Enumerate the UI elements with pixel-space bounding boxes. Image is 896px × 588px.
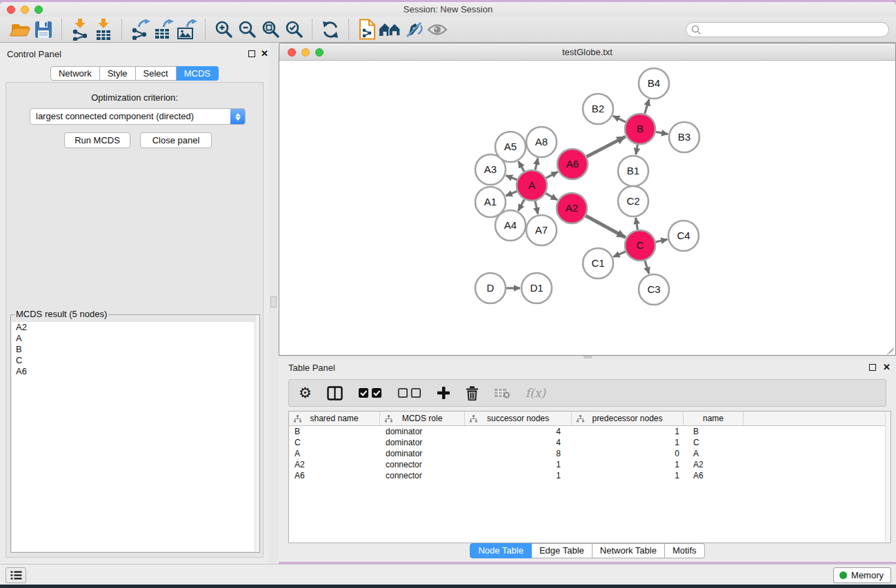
- table-cell[interactable]: 1: [465, 470, 572, 481]
- edge-B-B3[interactable]: [656, 132, 668, 134]
- table-cell[interactable]: 4: [465, 426, 572, 437]
- search-box[interactable]: [686, 22, 889, 37]
- network-canvas[interactable]: AA1A2A3A4A5A6A7A8BB1B2B3B4CC1C2C3C4DD1: [279, 61, 895, 355]
- edge-A-A8[interactable]: [535, 158, 538, 170]
- export-image-button[interactable]: [175, 19, 199, 41]
- table-cell[interactable]: A6: [684, 470, 744, 481]
- table-cell[interactable]: 4: [465, 437, 572, 448]
- vertical-splitter[interactable]: [269, 43, 279, 564]
- edge-C-C4[interactable]: [656, 239, 668, 242]
- task-history-button[interactable]: [6, 567, 26, 583]
- table-cell[interactable]: 1: [572, 459, 684, 470]
- search-input[interactable]: [701, 23, 888, 36]
- table-cell[interactable]: 0: [572, 448, 684, 459]
- close-panel-button[interactable]: Close panel: [140, 132, 212, 148]
- open-session-button[interactable]: [8, 19, 32, 41]
- table-cell[interactable]: A: [684, 448, 744, 459]
- column-header-name[interactable]: name: [684, 412, 744, 425]
- delete-columns-button[interactable]: [466, 386, 479, 401]
- table-cell[interactable]: A2: [289, 459, 380, 470]
- table-cell[interactable]: dominator: [380, 448, 465, 459]
- tab-network[interactable]: Network: [50, 66, 100, 81]
- table-cell[interactable]: B: [684, 426, 744, 437]
- table-row[interactable]: Cdominator41C: [289, 437, 890, 448]
- table-settings-button[interactable]: ⚙: [299, 386, 312, 401]
- table-row[interactable]: A6connector11A6: [289, 470, 890, 481]
- edge-C-C2[interactable]: [636, 218, 638, 230]
- table-cell[interactable]: 1: [465, 459, 572, 470]
- show-details-eye-button[interactable]: [426, 19, 449, 41]
- column-header-predecessor-nodes[interactable]: predecessor nodes: [572, 412, 684, 425]
- home-button[interactable]: [379, 19, 402, 41]
- result-item[interactable]: A2: [12, 322, 259, 333]
- select-all-columns-button[interactable]: [358, 387, 382, 398]
- network-window-titlebar[interactable]: testGlobe.txt: [279, 43, 895, 61]
- result-item[interactable]: A6: [12, 366, 259, 377]
- table-cell[interactable]: B: [289, 426, 380, 437]
- import-network-button[interactable]: [68, 19, 92, 41]
- table-row[interactable]: Adominator80A: [289, 448, 890, 459]
- table-cell[interactable]: A6: [289, 470, 380, 481]
- edge-B-B2[interactable]: [613, 116, 626, 122]
- edge-B-B4[interactable]: [645, 99, 649, 114]
- column-header-MCDS-role[interactable]: MCDS role: [380, 412, 465, 425]
- toggle-columns-button[interactable]: [327, 386, 343, 401]
- delete-table-button[interactable]: [494, 387, 510, 398]
- result-item[interactable]: B: [12, 344, 259, 355]
- table-cell[interactable]: 1: [572, 426, 684, 437]
- edge-A2-C[interactable]: [586, 216, 626, 238]
- edge-A6-B[interactable]: [586, 136, 625, 156]
- edge-A-A2[interactable]: [546, 193, 557, 200]
- table-cell[interactable]: 1: [572, 437, 684, 448]
- tab-network-table[interactable]: Network Table: [593, 543, 665, 558]
- save-session-button[interactable]: [32, 19, 55, 41]
- edge-A-A6[interactable]: [546, 172, 557, 178]
- table-cell[interactable]: 1: [572, 470, 684, 481]
- table-cell[interactable]: connector: [380, 470, 465, 481]
- table-cell[interactable]: 8: [465, 448, 572, 459]
- table-cell[interactable]: dominator: [380, 426, 465, 437]
- zoom-out-button[interactable]: [235, 19, 259, 41]
- resize-grip[interactable]: [884, 344, 894, 354]
- optimization-criterion-dropdown[interactable]: largest connected component (directed): [30, 108, 246, 125]
- export-network-button[interactable]: [128, 19, 152, 41]
- column-header-successor-nodes[interactable]: successor nodes: [465, 412, 572, 425]
- close-panel-icon[interactable]: ✕: [883, 362, 890, 372]
- zoom-selected-button[interactable]: [282, 19, 306, 41]
- tab-mcds[interactable]: MCDS: [177, 66, 219, 81]
- column-header-shared-name[interactable]: shared name: [289, 412, 380, 425]
- edge-C-C1[interactable]: [613, 252, 626, 257]
- table-cell[interactable]: C: [684, 437, 744, 448]
- memory-button[interactable]: Memory: [833, 567, 891, 583]
- table-cell[interactable]: C: [289, 437, 380, 448]
- run-mcds-button[interactable]: Run MCDS: [64, 132, 130, 148]
- float-panel-icon[interactable]: [248, 50, 255, 57]
- edge-A-A1[interactable]: [506, 192, 517, 196]
- export-table-button[interactable]: [152, 19, 175, 41]
- float-panel-icon[interactable]: [869, 364, 876, 371]
- table-scrollbar[interactable]: [885, 412, 890, 543]
- edge-B-B1[interactable]: [636, 145, 637, 155]
- tab-select[interactable]: Select: [136, 66, 177, 81]
- fit-content-button[interactable]: [259, 19, 282, 41]
- splitter-handle[interactable]: [270, 296, 277, 307]
- table-cell[interactable]: dominator: [380, 437, 465, 448]
- table-cell[interactable]: connector: [380, 459, 465, 470]
- hide-graphics-details-button[interactable]: [402, 19, 426, 41]
- tab-node-table[interactable]: Node Table: [470, 543, 532, 558]
- close-panel-icon[interactable]: ✕: [261, 48, 268, 59]
- add-column-button[interactable]: [437, 386, 450, 400]
- edge-C-C3[interactable]: [645, 261, 649, 274]
- edge-A-A3[interactable]: [506, 176, 517, 180]
- zoom-in-button[interactable]: [212, 19, 235, 41]
- tab-motifs[interactable]: Motifs: [665, 543, 705, 558]
- edge-A-A5[interactable]: [519, 161, 524, 172]
- import-table-button[interactable]: [92, 19, 115, 41]
- table-row[interactable]: Bdominator41B: [289, 426, 890, 437]
- edge-A-A4[interactable]: [518, 199, 524, 211]
- new-network-from-selection-button[interactable]: [355, 19, 379, 41]
- result-item[interactable]: C: [12, 355, 259, 366]
- result-item[interactable]: A: [12, 333, 259, 344]
- refresh-view-button[interactable]: [319, 19, 342, 41]
- table-row[interactable]: A2connector11A2: [289, 459, 890, 470]
